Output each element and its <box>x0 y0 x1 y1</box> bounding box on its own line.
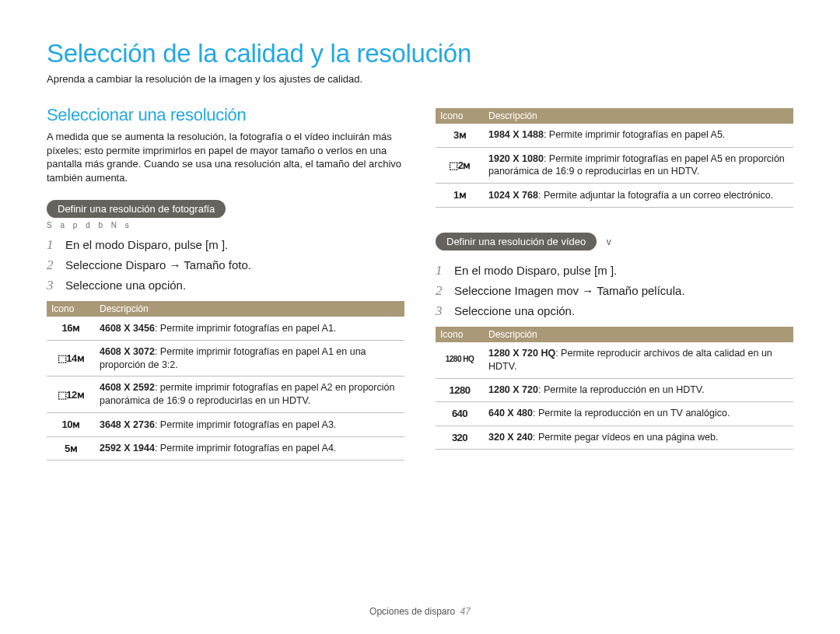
table-row: 5ᴍ 2592 X 1944: Permite imprimir fotogra… <box>47 436 404 461</box>
table-row: 16ᴍ 4608 X 3456: Permite imprimir fotogr… <box>47 317 404 340</box>
footer-section-label: Opciones de disparo <box>369 606 455 617</box>
resolution-icon: 3ᴍ <box>436 124 484 147</box>
intro-paragraph: A medida que se aumenta la resolución, l… <box>47 130 404 184</box>
video-resolution-table: Icono Descripción 1280 HQ 1280 X 720 HQ:… <box>436 327 793 450</box>
col-header-desc: Descripción <box>95 301 404 317</box>
resolution-desc: 1024 X 768: Permite adjuntar la fotograf… <box>484 184 793 208</box>
video-steps: 1En el modo Disparo, pulse [m ]. 2Selecc… <box>436 263 793 319</box>
table-header-row: Icono Descripción <box>436 327 793 342</box>
page-footer: Opciones de disparo 47 <box>0 606 840 617</box>
left-column: Seleccionar una resolución A medida que … <box>47 105 404 461</box>
resolution-icon: 320 <box>436 426 484 450</box>
col-header-desc: Descripción <box>484 108 793 124</box>
resolution-desc: 1920 X 1080: Permite imprimir fotografía… <box>484 147 793 184</box>
resolution-icon: 10ᴍ <box>47 413 95 437</box>
page-number: 47 <box>460 606 471 617</box>
resolution-desc: 1984 X 1488: Permite imprimir fotografía… <box>484 124 793 147</box>
resolution-desc: 320 X 240: Permite pegar vídeos en una p… <box>484 426 793 450</box>
mode-icons-row: S a p d b N s <box>47 221 404 229</box>
resolution-icon: 5ᴍ <box>47 436 95 461</box>
video-resolution-pill: Definir una resolución de vídeo <box>436 233 597 250</box>
step-text: Seleccione Imagen mov → Tamaño película. <box>454 284 685 297</box>
photo-resolution-table-left: Icono Descripción 16ᴍ 4608 X 3456: Permi… <box>47 301 404 461</box>
section-heading: Seleccionar una resolución <box>47 105 404 125</box>
manual-page: Selección de la calidad y la resolución … <box>0 0 840 634</box>
page-subtitle: Aprenda a cambiar la resolución de la im… <box>47 73 793 85</box>
resolution-desc: 4608 X 2592: permite imprimir fotografía… <box>95 377 404 413</box>
resolution-icon: ⬚14ᴍ <box>47 340 95 377</box>
photo-resolution-table-right: Icono Descripción 3ᴍ 1984 X 1488: Permit… <box>436 108 793 208</box>
list-item: 2Seleccione Imagen mov → Tamaño película… <box>436 283 793 299</box>
step-text: Seleccione una opción. <box>454 304 575 317</box>
video-mode-icon: v <box>607 236 611 247</box>
resolution-icon: 640 <box>436 402 484 426</box>
resolution-desc: 640 X 480: Permite la reproducción en un… <box>484 402 793 426</box>
col-header-icon: Icono <box>436 327 484 342</box>
step-number: 3 <box>436 303 446 319</box>
col-header-icon: Icono <box>436 108 484 124</box>
two-column-layout: Seleccionar una resolución A medida que … <box>47 105 793 461</box>
table-row: ⬚14ᴍ 4608 X 3072: Permite imprimir fotog… <box>47 340 404 377</box>
list-item: 1En el modo Disparo, pulse [m ]. <box>47 237 404 253</box>
page-title: Selección de la calidad y la resolución <box>47 39 793 68</box>
resolution-desc: 3648 X 2736: Permite imprimir fotografía… <box>95 413 404 437</box>
resolution-desc: 4608 X 3456: Permite imprimir fotografía… <box>95 317 404 340</box>
col-header-icon: Icono <box>47 301 95 317</box>
col-header-desc: Descripción <box>484 327 793 342</box>
list-item: 1En el modo Disparo, pulse [m ]. <box>436 263 793 278</box>
resolution-icon: 16ᴍ <box>47 317 95 340</box>
table-row: ⬚2ᴍ 1920 X 1080: Permite imprimir fotogr… <box>436 147 793 184</box>
table-row: 10ᴍ 3648 X 2736: Permite imprimir fotogr… <box>47 413 404 437</box>
photo-resolution-pill: Definir una resolución de fotografía <box>47 200 226 218</box>
resolution-icon: 1ᴍ <box>436 184 484 208</box>
step-text: Seleccione una opción. <box>65 278 186 292</box>
step-number: 3 <box>47 278 58 293</box>
table-row: 1ᴍ 1024 X 768: Permite adjuntar la fotog… <box>436 184 793 208</box>
step-text: En el modo Disparo, pulse [m ]. <box>65 238 228 251</box>
table-row: 3ᴍ 1984 X 1488: Permite imprimir fotogra… <box>436 124 793 147</box>
resolution-icon: 1280 HQ <box>436 342 484 378</box>
resolution-desc: 2592 X 1944: Permite imprimir fotografía… <box>95 436 404 461</box>
step-text: Seleccione Disparo → Tamaño foto. <box>65 258 251 271</box>
table-row: 1280 1280 X 720: Permite la reproducción… <box>436 378 793 402</box>
step-text: En el modo Disparo, pulse [m ]. <box>454 264 617 277</box>
resolution-desc: 4608 X 3072: Permite imprimir fotografía… <box>95 340 404 377</box>
list-item: 3Seleccione una opción. <box>436 303 793 319</box>
step-number: 1 <box>47 237 58 253</box>
table-row: 640 640 X 480: Permite la reproducción e… <box>436 402 793 426</box>
table-header-row: Icono Descripción <box>47 301 404 317</box>
step-number: 2 <box>47 257 58 273</box>
resolution-icon: ⬚12ᴍ <box>47 377 95 413</box>
photo-steps: 1En el modo Disparo, pulse [m ]. 2Selecc… <box>47 237 404 293</box>
step-number: 1 <box>436 263 446 278</box>
table-row: 320 320 X 240: Permite pegar vídeos en u… <box>436 426 793 450</box>
table-row: 1280 HQ 1280 X 720 HQ: Permite reproduci… <box>436 342 793 378</box>
resolution-desc: 1280 X 720: Permite la reproducción en u… <box>484 378 793 402</box>
step-number: 2 <box>436 283 446 299</box>
resolution-desc: 1280 X 720 HQ: Permite reproducir archiv… <box>484 342 793 378</box>
resolution-icon: 1280 <box>436 378 484 402</box>
resolution-icon: ⬚2ᴍ <box>436 147 484 184</box>
list-item: 2Seleccione Disparo → Tamaño foto. <box>47 257 404 273</box>
table-row: ⬚12ᴍ 4608 X 2592: permite imprimir fotog… <box>47 377 404 413</box>
table-header-row: Icono Descripción <box>436 108 793 124</box>
right-column: Icono Descripción 3ᴍ 1984 X 1488: Permit… <box>436 105 793 461</box>
list-item: 3Seleccione una opción. <box>47 278 404 293</box>
